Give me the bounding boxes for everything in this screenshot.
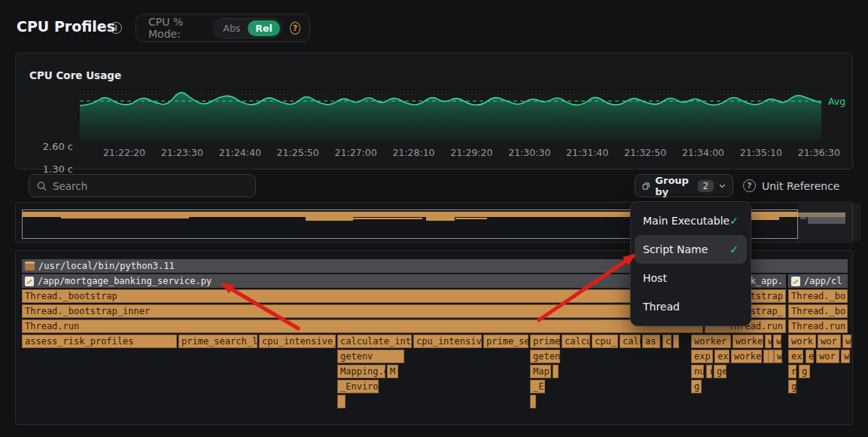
flame-frame[interactable]: prime_search_l bbox=[178, 335, 257, 348]
dropdown-item-thread[interactable]: Thread bbox=[635, 292, 747, 321]
flame-frame[interactable]: worke bbox=[731, 350, 762, 363]
flame-frame[interactable]: Thread.run bbox=[788, 319, 848, 333]
flame-frame[interactable]: Thread._bootstrap_inner bbox=[22, 304, 703, 318]
frame-label: Thread._bo bbox=[791, 304, 845, 318]
flame-frame[interactable]: g bbox=[788, 380, 796, 393]
page-title: CPU Profiles bbox=[17, 18, 115, 35]
flame-frame[interactable]: _E bbox=[530, 380, 545, 393]
flame-frame[interactable]: ex bbox=[788, 350, 803, 363]
flame-frame[interactable]: c bbox=[662, 335, 672, 348]
group-by-dropdown: Main Executable✓Script Name✓HostThread bbox=[630, 201, 751, 326]
frame-label: M bbox=[390, 365, 395, 378]
frame-label: wor bbox=[821, 335, 837, 348]
mode-rel-option[interactable]: Rel bbox=[248, 20, 279, 36]
flame-frame[interactable]: Mapping.g bbox=[337, 365, 385, 378]
dropdown-item-host[interactable]: Host bbox=[635, 264, 747, 292]
frame-label: g bbox=[791, 380, 796, 393]
flame-frame[interactable]: Thread.run bbox=[22, 319, 703, 333]
search-input[interactable] bbox=[53, 180, 248, 192]
flame-frame[interactable]: calc bbox=[620, 335, 641, 348]
flame-frame[interactable]: cpu_intensive bbox=[413, 335, 482, 348]
minimap-flame-segment bbox=[61, 217, 189, 218]
flame-frame[interactable]: Thread._bo bbox=[788, 289, 848, 303]
flame-frame[interactable]: /app/mortgage_banking_service.py bbox=[22, 274, 703, 288]
flame-frame[interactable]: g bbox=[799, 365, 810, 378]
frame-label: Mapping.g bbox=[340, 365, 385, 378]
search-icon bbox=[37, 181, 47, 191]
frame-label: prime_se bbox=[486, 335, 528, 348]
flame-frame[interactable]: g bbox=[691, 380, 702, 393]
abs-rel-toggle[interactable]: Abs Rel bbox=[213, 18, 282, 38]
frame-label: Thread._bo bbox=[791, 289, 845, 303]
flame-frame[interactable]: e bbox=[806, 350, 814, 363]
cpu-usage-chart[interactable] bbox=[80, 81, 821, 140]
flame-frame[interactable]: r bbox=[706, 365, 712, 378]
group-by-button[interactable]: Group by 2 bbox=[635, 174, 733, 197]
search-box[interactable] bbox=[29, 174, 256, 197]
flame-frame[interactable]: wor bbox=[818, 335, 841, 348]
frame-label: _E bbox=[533, 380, 544, 393]
frame-label: Map bbox=[533, 365, 550, 378]
frame-label: worker bbox=[694, 335, 726, 348]
x-tick-label: 21:23:30 bbox=[152, 147, 212, 158]
flame-frame[interactable]: prime_se bbox=[483, 335, 528, 348]
frame-label: cpu_intensive_ bbox=[262, 335, 336, 348]
flame-frame[interactable]: M bbox=[387, 365, 398, 378]
flame-frame[interactable]: assess_risk_profiles bbox=[22, 335, 177, 348]
unit-reference-button[interactable]: ? Unit Reference bbox=[743, 174, 839, 197]
frame-label: nu bbox=[694, 365, 704, 378]
minimap-flame-segment bbox=[800, 217, 806, 219]
info-icon[interactable]: i bbox=[110, 22, 122, 34]
frame-label: w bbox=[845, 335, 851, 348]
cpu-mode-control: CPU % Mode: Abs Rel ? bbox=[136, 14, 310, 42]
frame-label: r bbox=[791, 365, 796, 378]
flame-frame[interactable]: w bbox=[773, 335, 781, 348]
frame-label: Thread.run bbox=[25, 319, 79, 333]
flame-frame[interactable]: w bbox=[842, 335, 851, 348]
frame-label: w bbox=[776, 335, 781, 348]
x-tick-label: 21:28:10 bbox=[384, 147, 444, 158]
flame-frame[interactable]: cpu_ bbox=[592, 335, 618, 348]
flame-frame[interactable]: Thread._bo bbox=[788, 304, 848, 318]
frame-label: worke bbox=[734, 350, 761, 363]
flame-frame[interactable] bbox=[337, 395, 346, 408]
flame-frame[interactable]: as bbox=[642, 335, 660, 348]
flame-frame[interactable]: calcu bbox=[562, 335, 590, 348]
flame-frame[interactable]: calculate_int bbox=[337, 335, 412, 348]
frame-label: /app/cl bbox=[804, 274, 842, 288]
flame-frame[interactable]: work bbox=[788, 335, 816, 348]
flame-frame[interactable] bbox=[553, 365, 559, 378]
frame-label: as bbox=[645, 335, 656, 348]
flame-frame[interactable]: prime bbox=[530, 335, 560, 348]
flame-frame[interactable]: getenv bbox=[337, 350, 404, 363]
frame-label: w bbox=[777, 350, 782, 363]
flame-frame[interactable]: Map bbox=[530, 365, 551, 378]
flame-frame[interactable] bbox=[673, 335, 679, 348]
flame-frame[interactable]: /app/cl bbox=[788, 274, 848, 288]
flame-frame[interactable]: _Enviro bbox=[337, 380, 379, 393]
flame-frame[interactable]: ex bbox=[714, 350, 729, 363]
flame-frame[interactable] bbox=[530, 395, 536, 408]
flame-frame[interactable]: w bbox=[841, 350, 850, 363]
mode-help-icon[interactable]: ? bbox=[290, 22, 300, 35]
flame-frame[interactable]: worke bbox=[732, 335, 763, 348]
flame-frame[interactable]: r bbox=[788, 365, 796, 378]
flame-frame[interactable]: wor bbox=[816, 350, 839, 363]
flame-frame[interactable]: w bbox=[765, 335, 772, 348]
frame-label: /app/mortgage_banking_service.py bbox=[38, 274, 212, 288]
flame-frame[interactable]: cpu_intensive_ bbox=[259, 335, 336, 348]
dropdown-item-script-name[interactable]: Script Name✓ bbox=[635, 235, 747, 264]
frame-label: _Enviro bbox=[340, 380, 379, 393]
frame-label: w bbox=[844, 350, 849, 363]
flame-frame[interactable]: w bbox=[774, 350, 782, 363]
mode-abs-option[interactable]: Abs bbox=[215, 20, 248, 36]
flame-frame[interactable]: nu bbox=[691, 365, 704, 378]
flame-frame[interactable] bbox=[768, 350, 774, 363]
chevron-down-icon bbox=[719, 183, 726, 189]
flame-frame[interactable]: worker bbox=[691, 335, 731, 348]
flame-frame[interactable]: ge bbox=[714, 365, 726, 378]
flame-frame[interactable]: Thread._bootstrap bbox=[22, 289, 703, 303]
flame-frame[interactable]: exp bbox=[691, 350, 713, 363]
flame-frame[interactable]: geten bbox=[530, 350, 560, 363]
dropdown-item-main-executable[interactable]: Main Executable✓ bbox=[635, 206, 747, 235]
